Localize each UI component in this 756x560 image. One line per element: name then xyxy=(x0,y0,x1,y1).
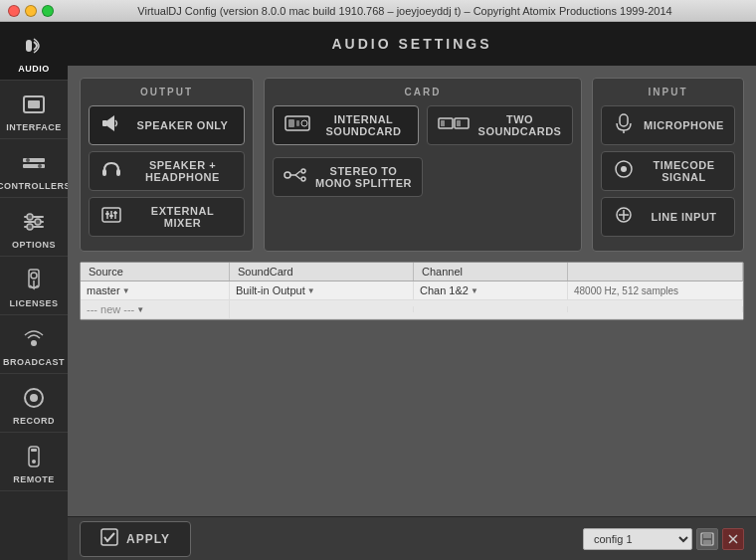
sidebar-item-controllers[interactable]: CONTROLLERS xyxy=(0,139,68,198)
svg-rect-0 xyxy=(26,40,32,52)
stereo-mono-splitter-button[interactable]: STEREO TO MONO SPLITTER xyxy=(273,157,423,197)
microphone-label: MICROPHONE xyxy=(644,119,724,131)
apply-label: APPLY xyxy=(126,532,170,546)
remote-icon xyxy=(18,441,50,472)
line-input-label: LINE INPUT xyxy=(644,211,724,223)
sidebar-item-record[interactable]: RECORD xyxy=(0,374,68,433)
line-input-icon xyxy=(612,204,636,230)
speaker-headphone-label: SPEAKER + HEADPHONE xyxy=(131,159,234,183)
config-select[interactable]: config 1 xyxy=(583,528,692,550)
timecode-signal-label: TIMECODE SIGNAL xyxy=(644,159,724,183)
svg-rect-31 xyxy=(113,212,117,214)
output-label: OUTPUT xyxy=(89,87,245,97)
svg-point-14 xyxy=(31,273,37,279)
maximize-button[interactable] xyxy=(42,5,54,17)
sections-row: OUTPUT SPEAKER ONLY xyxy=(80,78,744,252)
two-soundcards-button[interactable]: TWO SOUNDCARDS xyxy=(427,105,573,145)
svg-rect-29 xyxy=(105,213,109,215)
source-column-header: Source xyxy=(81,263,230,280)
sidebar-item-interface-label: INTERFACE xyxy=(6,122,62,132)
channel-cell[interactable]: Chan 1&2 ▼ xyxy=(414,281,568,299)
svg-point-11 xyxy=(35,219,41,225)
sidebar-item-remote[interactable]: REMOTE xyxy=(0,433,68,491)
page-title: AUDIO SETTINGS xyxy=(331,36,491,52)
soundcard-dropdown-arrow[interactable]: ▼ xyxy=(307,286,315,295)
table-header: Source SoundCard Channel xyxy=(81,263,743,281)
channel-dropdown-arrow[interactable]: ▼ xyxy=(471,286,478,295)
svg-rect-24 xyxy=(116,169,120,176)
internal-soundcard-button[interactable]: INTERNAL SOUNDCARD xyxy=(273,105,419,145)
sidebar-item-licenses-label: LICENSES xyxy=(9,298,58,308)
licenses-icon xyxy=(18,265,50,296)
sidebar-item-broadcast[interactable]: BROADCAST xyxy=(0,315,68,374)
input-label: INPUT xyxy=(601,87,735,97)
info-cell: 48000 Hz, 512 samples xyxy=(568,282,743,299)
audio-icon xyxy=(18,30,50,62)
svg-point-10 xyxy=(27,214,33,220)
internal-soundcard-icon xyxy=(284,112,311,138)
apply-button[interactable]: APPLY xyxy=(80,521,191,557)
soundcard-column-header: SoundCard xyxy=(230,263,414,280)
input-section: INPUT MICROPHONE xyxy=(592,78,744,252)
sidebar-item-remote-label: REMOTE xyxy=(13,474,55,484)
source-cell[interactable]: master ▼ xyxy=(81,281,230,299)
titlebar: VirtualDJ Config (version 8.0.0 mac buil… xyxy=(0,0,756,22)
svg-rect-33 xyxy=(288,119,294,127)
internal-soundcard-label: INTERNAL SOUNDCARD xyxy=(319,113,408,137)
external-mixer-button[interactable]: EXTERNAL MIXER xyxy=(89,197,245,237)
sidebar-item-interface[interactable]: INTERFACE xyxy=(0,81,68,139)
svg-line-42 xyxy=(295,171,300,175)
main-content: AUDIO SETTINGS OUTPUT xyxy=(68,22,756,560)
svg-point-15 xyxy=(31,340,37,346)
headphone-icon xyxy=(99,158,123,184)
sidebar-item-options-label: OPTIONS xyxy=(12,240,56,250)
microphone-icon xyxy=(612,112,636,138)
new-row-dropdown-arrow[interactable]: ▼ xyxy=(136,305,144,314)
minimize-button[interactable] xyxy=(25,5,37,17)
channel-column-header: Channel xyxy=(414,263,568,280)
svg-marker-22 xyxy=(107,115,114,131)
speaker-headphone-button[interactable]: SPEAKER + HEADPHONE xyxy=(89,151,245,191)
svg-point-40 xyxy=(284,172,290,178)
svg-point-6 xyxy=(38,164,42,168)
svg-point-45 xyxy=(301,177,305,181)
config-delete-button[interactable] xyxy=(722,528,744,550)
footer: APPLY config 1 xyxy=(68,516,756,560)
svg-rect-46 xyxy=(620,114,628,126)
speaker-only-label: SPEAKER ONLY xyxy=(131,119,234,131)
sidebar-item-audio[interactable]: AUDIO xyxy=(0,22,68,81)
sidebar-item-record-label: RECORD xyxy=(13,416,55,426)
mixer-icon xyxy=(99,204,123,230)
new-row-source[interactable]: --- new --- ▼ xyxy=(81,300,230,318)
new-row[interactable]: --- new --- ▼ xyxy=(81,300,743,319)
soundcard-cell[interactable]: Built-in Output ▼ xyxy=(230,281,414,299)
config-save-button[interactable] xyxy=(696,528,718,550)
audio-table: Source SoundCard Channel master ▼ Built-… xyxy=(80,262,744,320)
new-row-soundcard xyxy=(230,306,414,312)
svg-rect-19 xyxy=(31,449,37,452)
svg-rect-30 xyxy=(109,215,113,217)
options-icon xyxy=(18,206,50,238)
sidebar-item-options[interactable]: OPTIONS xyxy=(0,198,68,257)
sidebar-item-audio-label: AUDIO xyxy=(18,64,50,74)
controllers-icon xyxy=(18,147,50,179)
titlebar-text: VirtualDJ Config (version 8.0.0 mac buil… xyxy=(62,5,748,17)
sidebar-item-controllers-label: CONTROLLERS xyxy=(0,181,71,191)
svg-rect-55 xyxy=(703,533,711,538)
two-soundcards-label: TWO SOUNDCARDS xyxy=(477,113,562,137)
close-button[interactable] xyxy=(8,5,20,17)
info-column-header xyxy=(568,263,743,280)
svg-rect-53 xyxy=(101,529,117,545)
svg-rect-38 xyxy=(441,120,445,126)
card-label: CARD xyxy=(273,87,573,97)
header: AUDIO SETTINGS xyxy=(68,22,756,66)
speaker-only-button[interactable]: SPEAKER ONLY xyxy=(89,105,245,145)
apply-check-icon xyxy=(100,528,118,550)
record-icon xyxy=(18,382,50,414)
line-input-button[interactable]: LINE INPUT xyxy=(601,197,735,237)
source-dropdown-arrow[interactable]: ▼ xyxy=(122,286,130,295)
svg-rect-56 xyxy=(703,540,711,544)
sidebar-item-licenses[interactable]: LICENSES xyxy=(0,257,68,315)
microphone-button[interactable]: MICROPHONE xyxy=(601,105,735,145)
timecode-signal-button[interactable]: TIMECODE SIGNAL xyxy=(601,151,735,191)
